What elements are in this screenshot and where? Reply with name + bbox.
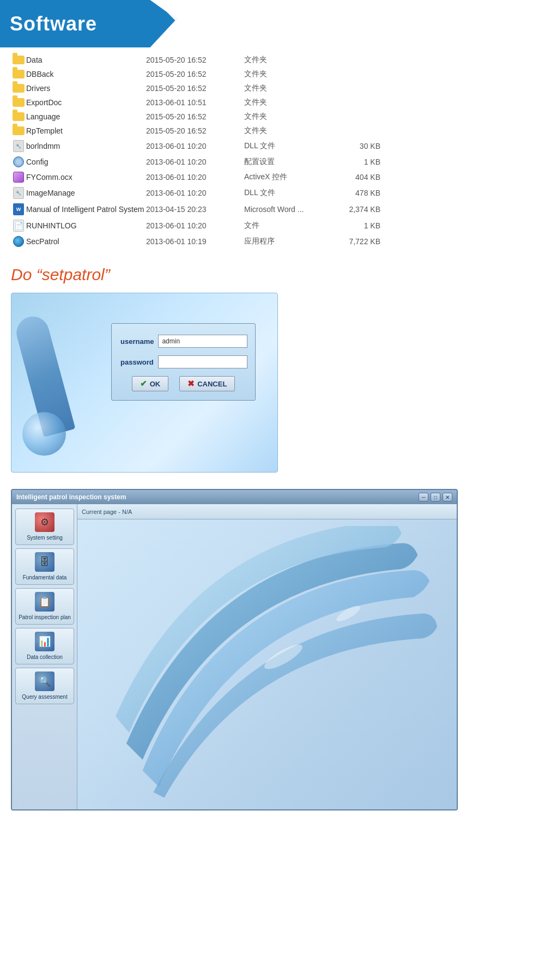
sidebar-item-system-setting[interactable]: ⚙System setting: [15, 509, 74, 545]
file-type: DLL 文件: [244, 188, 326, 198]
app-main: Current page - N/A: [77, 504, 457, 809]
window-controls: ─ □ ✕: [419, 493, 452, 501]
file-type: 文件夹: [244, 55, 326, 65]
file-date: 2015-05-20 16:52: [146, 70, 244, 78]
file-name: DBBack: [26, 70, 146, 78]
password-row: password: [120, 355, 246, 368]
folder-icon: [13, 56, 25, 64]
sidebar-item-patrol-inspection-plan[interactable]: 📋Patrol inspection plan: [15, 588, 74, 625]
restore-button[interactable]: □: [431, 493, 440, 501]
sidebar-btn-label: System setting: [27, 534, 63, 541]
sidebar-btn-icon: 📋: [35, 592, 55, 612]
minimize-button[interactable]: ─: [419, 493, 428, 501]
file-type: 文件: [244, 221, 326, 231]
ok-check-icon: ✔: [140, 379, 147, 389]
file-row: Language2015-05-20 16:52文件夹: [11, 110, 458, 124]
password-input[interactable]: [158, 355, 247, 368]
cancel-label: CANCEL: [197, 380, 227, 388]
file-date: 2013-04-15 20:23: [146, 205, 244, 214]
file-icon: [11, 98, 26, 107]
file-icon: [11, 126, 26, 135]
app-toolbar: Current page - N/A: [77, 504, 457, 519]
folder-icon: [13, 70, 25, 78]
login-dialog: username password ✔ OK ✖ CANCEL: [111, 323, 256, 401]
sidebar-item-data-collection[interactable]: 📊Data collection: [15, 628, 74, 664]
file-icon: [11, 236, 26, 247]
file-row: Data2015-05-20 16:52文件夹: [11, 53, 458, 67]
folder-icon: [13, 84, 25, 93]
file-icon: [11, 56, 26, 64]
file-name: RpTemplet: [26, 126, 146, 135]
file-type: 文件夹: [244, 126, 326, 136]
word-icon: W: [13, 203, 24, 215]
file-type: 文件夹: [244, 112, 326, 122]
file-row: RpTemplet2015-05-20 16:52文件夹: [11, 124, 458, 138]
file-date: 2013-06-01 10:20: [146, 221, 244, 230]
sidebar-btn-icon: 🗄: [35, 552, 55, 572]
file-icon: W: [11, 203, 26, 215]
setpatrol-heading: Do “setpatrol”: [11, 265, 534, 284]
file-icon: [11, 84, 26, 93]
file-size: 478 KB: [326, 189, 380, 197]
file-size: 404 KB: [326, 173, 380, 182]
file-icon: [11, 70, 26, 78]
file-row: DBBack2015-05-20 16:52文件夹: [11, 67, 458, 81]
file-type: 文件夹: [244, 98, 326, 107]
file-name: ImageManage: [26, 189, 146, 197]
ocx-icon: [13, 172, 24, 183]
file-date: 2015-05-20 16:52: [146, 84, 244, 93]
username-label: username: [120, 337, 154, 346]
file-date: 2013-06-01 10:20: [146, 158, 244, 166]
cancel-button[interactable]: ✖ CANCEL: [179, 376, 235, 391]
file-type: Microsoft Word ...: [244, 205, 326, 214]
app-titlebar: Intelligent patrol inspection system ─ □…: [12, 490, 457, 504]
file-row: WManual of Intelligent Patrol System2013…: [11, 201, 458, 217]
sidebar-btn-icon: 🔍: [35, 672, 55, 691]
sidebar-btn-icon: ⚙: [35, 512, 55, 532]
file-name: Data: [26, 56, 146, 64]
app-body: ⚙System setting🗄Fundamental data📋Patrol …: [12, 504, 457, 809]
file-type: DLL 文件: [244, 141, 326, 151]
file-name: ExportDoc: [26, 98, 146, 107]
folder-icon: [13, 112, 25, 121]
app-icon: [13, 236, 24, 247]
app-title-text: Intelligent patrol inspection system: [16, 493, 126, 501]
file-type: 文件夹: [244, 69, 326, 79]
file-icon: [11, 156, 26, 167]
username-input[interactable]: [158, 335, 247, 348]
file-size: 1 KB: [326, 158, 380, 166]
file-date: 2013-06-01 10:20: [146, 189, 244, 197]
ok-button[interactable]: ✔ OK: [132, 376, 169, 391]
sidebar-btn-label: Fundamental data: [23, 574, 67, 581]
file-date: 2015-05-20 16:52: [146, 112, 244, 121]
sidebar-item-fundamental-data[interactable]: 🗄Fundamental data: [15, 548, 74, 585]
software-header-banner: Software: [0, 0, 177, 47]
file-type: ActiveX 控件: [244, 172, 326, 182]
file-name: Manual of Intelligent Patrol System: [26, 205, 146, 214]
decor-sphere: [22, 412, 66, 456]
password-label: password: [120, 358, 154, 366]
app-screenshot: Intelligent patrol inspection system ─ □…: [11, 489, 458, 810]
folder-icon: [13, 98, 25, 107]
file-icon: 🔧: [11, 187, 26, 199]
file-size: 7,722 KB: [326, 237, 380, 246]
file-name: SecPatrol: [26, 237, 146, 246]
close-button[interactable]: ✕: [443, 493, 452, 501]
folder-icon: [13, 126, 25, 135]
file-type: 配置设置: [244, 157, 326, 167]
file-type: 文件夹: [244, 83, 326, 93]
file-date: 2015-05-20 16:52: [146, 56, 244, 64]
file-icon: [11, 172, 26, 183]
file-row: 🔧ImageManage2013-06-01 10:20DLL 文件478 KB: [11, 185, 458, 201]
file-icon: 🔧: [11, 140, 26, 152]
sidebar-btn-label: Data collection: [27, 654, 63, 661]
file-list: Data2015-05-20 16:52文件夹DBBack2015-05-20 …: [11, 53, 458, 249]
cancel-x-icon: ✖: [187, 379, 195, 389]
config-icon: [13, 156, 24, 167]
file-size: 1 KB: [326, 221, 380, 230]
dll-icon: 🔧: [13, 140, 24, 152]
sidebar-item-query-assessment[interactable]: 🔍Query assessment: [15, 668, 74, 704]
file-date: 2013-06-01 10:19: [146, 237, 244, 246]
file-size: 30 KB: [326, 142, 380, 150]
file-name: RUNHINTLOG: [26, 221, 146, 230]
